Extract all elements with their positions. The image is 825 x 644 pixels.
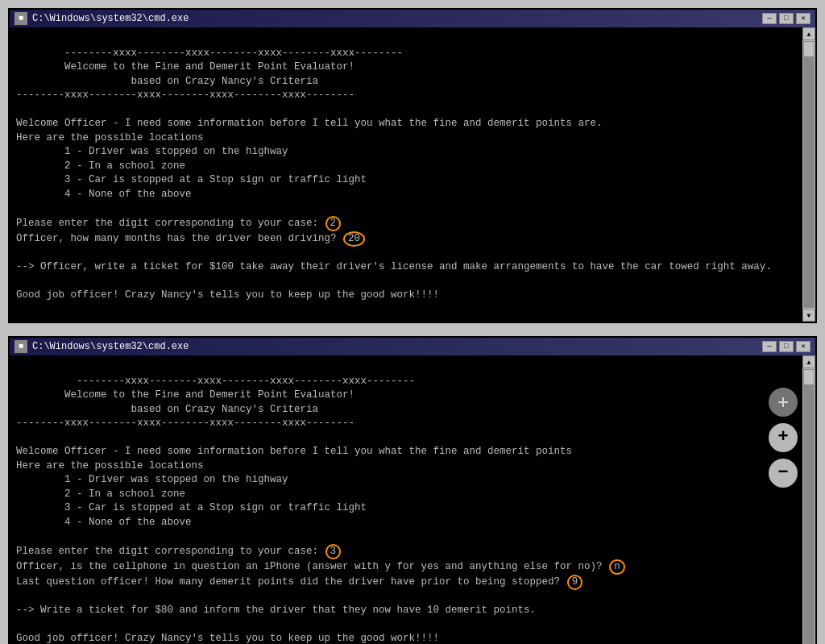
cmd-icon-2: ■ <box>15 340 27 353</box>
w2-line7: Here are the possible locations <box>16 460 204 472</box>
line9: 2 - In a school zone <box>16 160 185 172</box>
window-title-1: C:\Windows\system32\cmd.exe <box>32 13 189 24</box>
w2-line17: --> Write a ticket for $80 and inform th… <box>16 605 536 616</box>
w2-line3: based on Crazy Nancy's Criteria <box>16 404 318 415</box>
w2-line6: Welcome Officer - I need some informatio… <box>16 446 572 457</box>
window-title-2: C:\Windows\system32\cmd.exe <box>32 341 189 352</box>
w2-line2: Welcome to the Fine and Demerit Point Ev… <box>16 389 354 401</box>
titlebar-left-2: ■ C:\Windows\system32\cmd.exe <box>15 340 189 353</box>
zoom-expand-button[interactable] <box>769 388 798 417</box>
w2-input-val-1: 3 <box>325 544 342 559</box>
line16: --> Officer, write a ticket for $100 tak… <box>16 261 772 272</box>
titlebar-1: ■ C:\Windows\system32\cmd.exe ─ □ ✕ <box>10 10 815 27</box>
w2-line14-pre: Officer, is the cellphone in question an… <box>16 561 608 572</box>
scroll-thumb-2[interactable] <box>803 369 815 385</box>
line1: --------xxxx--------xxxx--------xxxx----… <box>64 48 403 59</box>
scroll-track-1 <box>803 41 815 308</box>
terminal-content-2: --------xxxx--------xxxx--------xxxx----… <box>10 355 815 644</box>
zoom-minus-button[interactable]: − <box>769 459 798 488</box>
input-val-1: 2 <box>325 216 342 231</box>
window-2: ■ C:\Windows\system32\cmd.exe ─ □ ✕ ----… <box>8 336 817 644</box>
scrollbar-1[interactable]: ▲ ▼ <box>802 27 815 322</box>
line10: 3 - Car is stopped at a Stop sign or tra… <box>16 174 367 185</box>
terminal-text-2: --------xxxx--------xxxx--------xxxx----… <box>16 360 809 644</box>
close-button-2[interactable]: ✕ <box>796 341 810 352</box>
restore-button-1[interactable]: □ <box>779 13 794 24</box>
w2-input-val-3: 9 <box>567 575 583 590</box>
zoom-plus-button[interactable]: + <box>769 423 798 452</box>
titlebar-2: ■ C:\Windows\system32\cmd.exe ─ □ ✕ <box>10 338 815 355</box>
line2: Welcome to the Fine and Demerit Point Ev… <box>16 61 354 73</box>
restore-button-2[interactable]: □ <box>779 341 794 352</box>
line6: Welcome Officer - I need some informatio… <box>16 118 603 129</box>
scroll-up-1[interactable]: ▲ <box>802 27 815 40</box>
close-button-1[interactable]: ✕ <box>796 13 810 24</box>
minimize-button-1[interactable]: ─ <box>762 13 777 24</box>
input-val-2: 20 <box>343 231 365 247</box>
w2-line4: --------xxxx--------xxxx--------xxxx----… <box>16 418 354 429</box>
window-1: ■ C:\Windows\system32\cmd.exe ─ □ ✕ ----… <box>8 8 817 323</box>
line14-pre: Officer, how many months has the driver … <box>16 233 342 244</box>
line8: 1 - Driver was stopped on the highway <box>16 146 288 157</box>
cmd-icon-1: ■ <box>15 12 27 25</box>
line7: Here are the possible locations <box>16 132 204 143</box>
titlebar-buttons-2: ─ □ ✕ <box>762 341 810 352</box>
zoom-controls: + − <box>769 388 798 488</box>
line4: --------xxxx--------xxxx--------xxxx----… <box>16 89 354 101</box>
w2-line1: --------xxxx--------xxxx--------xxxx----… <box>77 376 415 387</box>
scrollbar-2[interactable]: ▲ ▼ <box>802 355 815 644</box>
line11: 4 - None of the above <box>16 189 192 200</box>
w2-line19: Good job officer! Crazy Nancy's tells yo… <box>16 633 439 644</box>
w2-line11: 4 - None of the above <box>16 517 192 528</box>
scroll-track-2 <box>803 369 815 644</box>
titlebar-buttons-1: ─ □ ✕ <box>762 13 810 24</box>
scroll-up-2[interactable]: ▲ <box>802 355 815 368</box>
w2-input-val-2: n <box>609 559 625 575</box>
minimize-button-2[interactable]: ─ <box>762 341 777 352</box>
w2-line10: 3 - Car is stopped at a Stop sign or tra… <box>16 502 367 513</box>
scroll-thumb-1[interactable] <box>803 41 815 57</box>
terminal-text-1: --------xxxx--------xxxx--------xxxx----… <box>16 32 809 317</box>
line13-pre: Please enter the digit corresponding to … <box>16 218 325 229</box>
w2-line9: 2 - In a school zone <box>16 488 185 500</box>
line3: based on Crazy Nancy's Criteria <box>16 76 318 87</box>
scroll-down-1[interactable]: ▼ <box>802 309 815 322</box>
line18: Good job officer! Crazy Nancy's tells yo… <box>16 289 439 301</box>
w2-line13-pre: Please enter the digit corresponding to … <box>16 546 325 557</box>
terminal-content-1: --------xxxx--------xxxx--------xxxx----… <box>10 27 815 322</box>
w2-line8: 1 - Driver was stopped on the highway <box>16 474 288 485</box>
w2-line15-pre: Last question officer! How many demerit … <box>16 576 566 588</box>
titlebar-left-1: ■ C:\Windows\system32\cmd.exe <box>15 12 189 25</box>
